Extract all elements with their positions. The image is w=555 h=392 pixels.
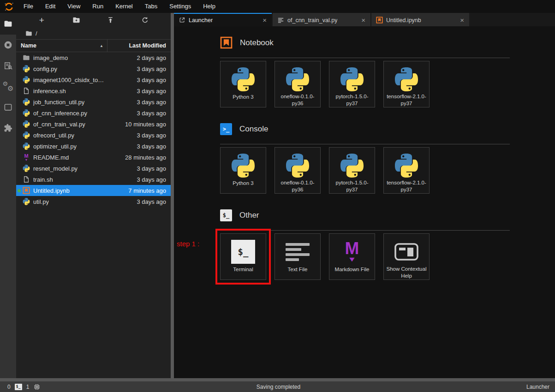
file-modified: 3 days ago xyxy=(137,143,166,150)
file-row[interactable]: resnet_model.py3 days ago xyxy=(16,163,171,174)
file-name: of_cnn_train_val.py xyxy=(33,121,85,128)
settings-gears-icon[interactable]: ⚙ ⚙ xyxy=(0,76,16,97)
tab-label: Launcher xyxy=(189,17,213,24)
python-icon xyxy=(23,143,30,150)
close-icon[interactable]: × xyxy=(261,17,268,24)
file-name: config.py xyxy=(33,65,57,72)
card-row: Python 3oneflow-0.1.0-py36pytorch-1.5.0-… xyxy=(220,61,510,107)
property-inspector-icon[interactable] xyxy=(0,55,16,76)
running-sessions-icon[interactable] xyxy=(0,35,16,55)
file-browser-panel: + / Name ▲ xyxy=(16,13,171,378)
section-divider xyxy=(220,230,510,231)
close-icon[interactable]: × xyxy=(360,17,367,24)
status-bar: 0 $_ 1 Saving completed Launcher xyxy=(0,381,555,392)
menu-view[interactable]: View xyxy=(61,0,86,13)
text-file-icon xyxy=(286,241,310,262)
step-annotation: step 1 : xyxy=(177,240,199,248)
refresh-icon[interactable] xyxy=(139,15,151,26)
file-row[interactable]: inference.sh3 days ago xyxy=(16,85,171,96)
panel-splitter[interactable] xyxy=(171,13,174,378)
launcher-card-oneflow-0-1-0-py36[interactable]: oneflow-0.1.0-py36 xyxy=(275,147,321,194)
menu-edit[interactable]: Edit xyxy=(39,0,61,13)
column-last-modified[interactable]: Last Modified xyxy=(107,40,171,52)
file-list: image_demo2 days agoconfig.py3 days agoi… xyxy=(16,52,171,378)
launcher-card-markdown-file[interactable]: M▼Markdown File xyxy=(329,233,375,280)
upload-icon[interactable] xyxy=(105,15,117,26)
launcher-card-tensorflow-2-1-0-py37[interactable]: tensorflow-2.1.0-py37 xyxy=(383,61,430,107)
file-row[interactable]: config.py3 days ago xyxy=(16,63,171,74)
file-row[interactable]: optimizer_util.py3 days ago xyxy=(16,141,171,152)
menu-file[interactable]: File xyxy=(18,0,39,13)
launcher-card-python-3[interactable]: Python 3 xyxy=(220,61,266,107)
folder-icon xyxy=(23,54,30,61)
menu-run[interactable]: Run xyxy=(86,0,109,13)
breadcrumb[interactable]: / xyxy=(16,27,171,39)
kernel-chip-icon[interactable] xyxy=(33,383,41,391)
launcher-panel: NotebookPython 3oneflow-0.1.0-py36pytorc… xyxy=(174,26,555,378)
terminals-count[interactable]: 0 xyxy=(7,384,11,390)
python-icon xyxy=(23,65,30,72)
new-folder-icon[interactable] xyxy=(70,15,82,26)
menu-kernel[interactable]: Kernel xyxy=(109,0,139,13)
menu-tabs[interactable]: Tabs xyxy=(139,0,163,13)
close-icon[interactable]: × xyxy=(459,17,465,24)
launcher-card-terminal[interactable]: $_Terminal xyxy=(220,233,266,280)
contextual-help-icon xyxy=(394,241,419,263)
launcher-card-oneflow-0-1-0-py36[interactable]: oneflow-0.1.0-py36 xyxy=(275,61,321,107)
launcher-card-pytorch-1-5-0-py37[interactable]: pytorch-1.5.0-py37 xyxy=(329,61,375,107)
python-logo-icon xyxy=(394,67,419,92)
launcher-card-python-3[interactable]: Python 3 xyxy=(220,147,266,194)
file-browser-icon[interactable] xyxy=(0,13,16,35)
sort-ascending-icon: ▲ xyxy=(100,44,103,48)
tab-of-cnn-train-val-py[interactable]: of_cnn_train_val.py× xyxy=(273,13,370,26)
file-name: imagenet1000_clsidx_to_la... xyxy=(33,77,107,83)
launcher-card-tensorflow-2-1-0-py37[interactable]: tensorflow-2.1.0-py37 xyxy=(383,147,430,194)
file-modified: 3 days ago xyxy=(137,176,166,183)
file-row[interactable]: Untitled.ipynb7 minutes ago xyxy=(16,185,171,196)
file-row[interactable]: M▼README.md28 minutes ago xyxy=(16,152,171,163)
new-launcher-icon[interactable]: + xyxy=(36,15,48,26)
menu-items: FileEditViewRunKernelTabsSettingsHelp xyxy=(18,0,221,13)
card-row: $_Terminalstep 1 :Text FileM▼Markdown Fi… xyxy=(220,233,510,280)
python-logo-icon xyxy=(340,67,364,92)
column-name[interactable]: Name ▲ xyxy=(16,40,107,52)
menu-help[interactable]: Help xyxy=(197,0,221,13)
card-label: tensorflow-2.1.0-py37 xyxy=(384,179,429,193)
launcher-section-notebook: NotebookPython 3oneflow-0.1.0-py36pytorc… xyxy=(220,36,510,107)
launcher-card-text-file[interactable]: Text File xyxy=(275,233,321,280)
tab-launcher[interactable]: Launcher× xyxy=(174,13,272,26)
extension-manager-icon[interactable] xyxy=(0,118,16,138)
menu-settings[interactable]: Settings xyxy=(163,0,197,13)
launcher-card-show-contextual-help[interactable]: Show Contextual Help xyxy=(383,233,430,280)
card-label: Show Contextual Help xyxy=(384,266,429,279)
python-logo-icon xyxy=(231,67,256,92)
terminal-icon: $_ xyxy=(231,240,255,264)
card-label: pytorch-1.5.0-py37 xyxy=(329,179,375,193)
file-row[interactable]: image_demo2 days ago xyxy=(16,52,171,63)
notebook-section-icon xyxy=(220,36,233,49)
breadcrumb-path: / xyxy=(36,30,37,37)
status-message: Saving completed xyxy=(257,384,300,390)
kernels-count[interactable]: 1 xyxy=(26,384,30,390)
oneflow-logo-icon xyxy=(0,2,18,12)
file-row[interactable]: util.py3 days ago xyxy=(16,196,171,207)
file-modified: 7 minutes ago xyxy=(128,187,166,194)
tab-untitled-ipynb[interactable]: Untitled.ipynb× xyxy=(371,13,469,26)
file-row[interactable]: imagenet1000_clsidx_to_la...3 days ago xyxy=(16,74,171,85)
file-name: resnet_model.py xyxy=(33,165,78,172)
console-section-icon: >_ xyxy=(220,123,232,135)
file-row[interactable]: job_function_util.py3 days ago xyxy=(16,96,171,107)
file-row[interactable]: ofrecord_util.py3 days ago xyxy=(16,130,171,141)
section-header: Notebook xyxy=(220,36,510,49)
file-modified: 10 minutes ago xyxy=(125,121,166,128)
python-icon xyxy=(23,198,30,205)
launcher-card-pytorch-1-5-0-py37[interactable]: pytorch-1.5.0-py37 xyxy=(329,147,375,194)
open-tabs-icon[interactable] xyxy=(0,97,16,118)
terminal-icon[interactable]: $_ xyxy=(15,384,22,390)
file-row[interactable]: of_cnn_inference.py3 days ago xyxy=(16,107,171,119)
tab-bar: Launcher×of_cnn_train_val.py×Untitled.ip… xyxy=(174,13,555,26)
file-row[interactable]: of_cnn_train_val.py10 minutes ago xyxy=(16,119,171,130)
card-label: Python 3 xyxy=(231,94,255,101)
file-row[interactable]: train.sh3 days ago xyxy=(16,174,171,185)
card-label: Python 3 xyxy=(231,180,255,187)
